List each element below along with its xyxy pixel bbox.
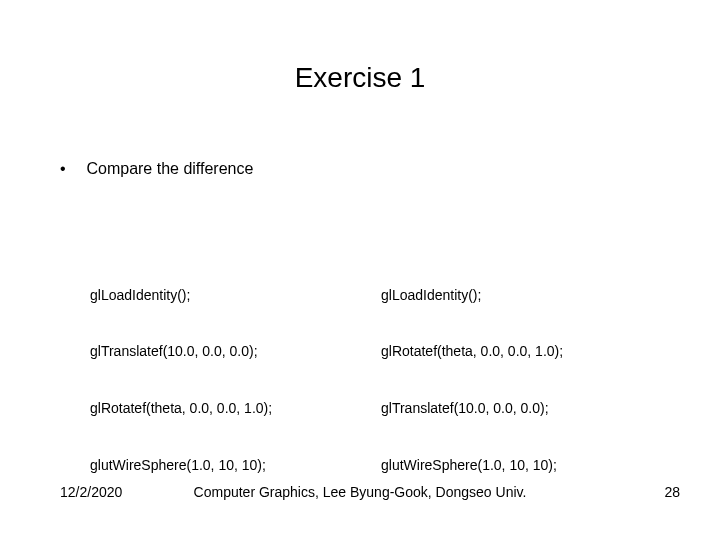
code-line: glRotatef(theta, 0.0, 0.0, 1.0); xyxy=(381,342,660,361)
page-number: 28 xyxy=(664,484,680,500)
code-line: glLoadIdentity(); xyxy=(381,286,660,305)
bullet-icon: • xyxy=(60,160,82,178)
code-line: glutWireSphere(1.0, 10, 10); xyxy=(90,456,369,475)
slide-title: Exercise 1 xyxy=(0,62,720,94)
code-line: glTranslatef(10.0, 0.0, 0.0); xyxy=(381,399,660,418)
code-columns: glLoadIdentity(); glTranslatef(10.0, 0.0… xyxy=(90,248,660,512)
subtitle-text: Compare the difference xyxy=(86,160,253,177)
code-block-right: glLoadIdentity(); glRotatef(theta, 0.0, … xyxy=(381,248,660,512)
subtitle-row: • Compare the difference xyxy=(60,160,253,178)
slide: Exercise 1 • Compare the difference glLo… xyxy=(0,0,720,540)
code-block-left: glLoadIdentity(); glTranslatef(10.0, 0.0… xyxy=(90,248,369,512)
code-line: glutWireSphere(1.0, 10, 10); xyxy=(381,456,660,475)
footer-attribution: Computer Graphics, Lee Byung-Gook, Dongs… xyxy=(0,484,720,500)
code-line: glTranslatef(10.0, 0.0, 0.0); xyxy=(90,342,369,361)
code-line: glLoadIdentity(); xyxy=(90,286,369,305)
code-line: glRotatef(theta, 0.0, 0.0, 1.0); xyxy=(90,399,369,418)
